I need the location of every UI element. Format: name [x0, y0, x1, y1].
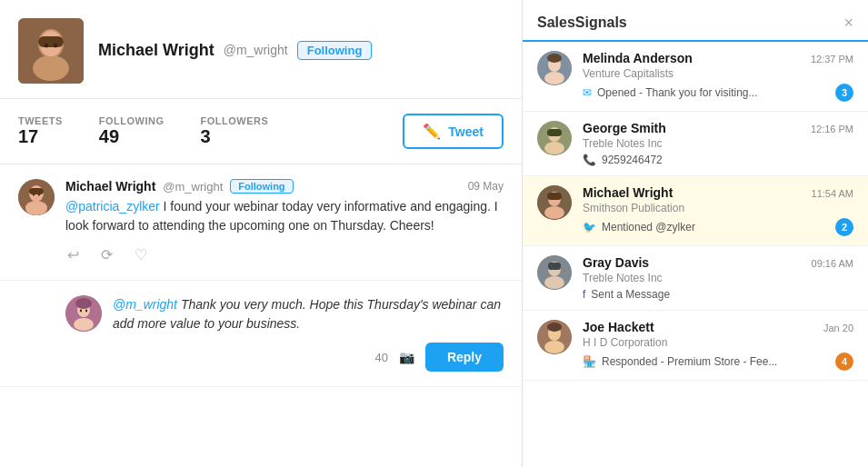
signal-name-1: Melinda Anderson: [583, 51, 693, 65]
signal-avatar-5: [537, 320, 572, 354]
signal-name-2: George Smith: [583, 121, 666, 135]
like-action-button[interactable]: ♡: [133, 244, 149, 265]
profile-handle: @m_wright: [224, 43, 288, 57]
reply-avatar: [65, 295, 102, 332]
reply-avatar-image: [65, 295, 102, 332]
svg-point-17: [85, 310, 87, 313]
signal-badge-3: 2: [835, 218, 853, 236]
signal-name-3: Michael Wright: [583, 185, 673, 200]
right-panel: SalesSignals × Melinda Anderson 12:3: [523, 0, 868, 467]
signal-time-1: 12:37 PM: [811, 54, 853, 65]
left-panel: Michael Wright @m_wright Following TWEET…: [0, 0, 523, 467]
tweet-actions: ↩ ⟳ ♡: [65, 244, 504, 265]
tweet-header: Michael Wright @m_wright Following 09 Ma…: [65, 179, 504, 194]
tweet-avatar: [18, 179, 55, 215]
signal-action-text-2: 9259246472: [602, 154, 663, 166]
reply-icon: 📷: [399, 350, 414, 364]
signal-body-3: Michael Wright 11:54 AM Smithson Publica…: [583, 185, 853, 236]
tweet-button[interactable]: ✏️ Tweet: [403, 114, 504, 149]
profile-name-row: Michael Wright @m_wright Following: [98, 41, 504, 60]
signal-item-2[interactable]: George Smith 12:16 PM Treble Notes Inc 📞…: [523, 112, 868, 176]
signal-body-4: Gray Davis 09:16 AM Treble Notes Inc f S…: [583, 255, 853, 301]
svg-point-29: [544, 206, 564, 219]
signal-body-1: Melinda Anderson 12:37 PM Venture Capita…: [583, 51, 853, 102]
svg-rect-30: [547, 193, 562, 200]
signal-action-3: 🐦 Mentioned @zylker 2: [583, 218, 853, 236]
svg-point-9: [25, 201, 47, 215]
signals-list: Melinda Anderson 12:37 PM Venture Capita…: [523, 42, 868, 467]
stat-followers: FOLLOWERS 3: [201, 115, 269, 147]
tweet-button-label: Tweet: [448, 124, 484, 139]
signal-body-2: George Smith 12:16 PM Treble Notes Inc 📞…: [583, 121, 853, 166]
signal-avatar-2: [537, 121, 572, 155]
svg-point-15: [74, 318, 94, 331]
profile-avatar-image: [18, 18, 84, 84]
twitter-icon: 🐦: [583, 221, 596, 234]
signal-time-4: 09:16 AM: [812, 258, 853, 269]
svg-point-37: [544, 341, 564, 353]
signal-company-2: Treble Notes Inc: [583, 137, 853, 150]
email-icon: ✉: [583, 86, 592, 99]
signal-time-5: Jan 20: [823, 323, 853, 333]
svg-point-16: [80, 310, 82, 313]
signal-time-2: 12:16 PM: [811, 124, 853, 134]
svg-rect-34: [548, 263, 561, 270]
svg-point-22: [547, 54, 562, 63]
reply-footer: 40 📷 Reply: [113, 343, 504, 372]
svg-point-21: [544, 72, 564, 84]
signal-item-5[interactable]: Joe Hackett Jan 20 H I D Corporation 🏪 R…: [523, 311, 868, 381]
following-label: FOLLOWING: [99, 115, 165, 126]
svg-point-33: [544, 276, 564, 289]
signal-action-5: 🏪 Responded - Premium Store - Fee... 4: [583, 353, 853, 371]
tweets-value: 17: [18, 126, 38, 147]
signals-header: SalesSignals ×: [523, 0, 868, 42]
signal-action-text-1: Opened - Thank you for visiting...: [597, 86, 758, 99]
signal-top-4: Gray Davis 09:16 AM: [583, 255, 853, 270]
reply-count: 40: [374, 351, 387, 364]
signal-top-5: Joe Hackett Jan 20: [583, 320, 853, 334]
tweet-date: 09 May: [468, 180, 504, 193]
reply-action-button[interactable]: ↩: [65, 244, 81, 265]
signal-badge-1: 3: [835, 84, 853, 102]
reply-text: @m_wright Thank you very much. Hope this…: [113, 295, 504, 333]
phone-icon: 📞: [583, 154, 596, 166]
signal-top-1: Melinda Anderson 12:37 PM: [583, 51, 853, 65]
tweet-following-badge[interactable]: Following: [230, 179, 293, 194]
signal-action-2: 📞 9259246472: [583, 154, 853, 166]
svg-point-18: [75, 298, 92, 309]
retweet-action-button[interactable]: ⟳: [99, 244, 115, 265]
signal-avatar-1: [537, 51, 572, 85]
profile-avatar: [18, 18, 84, 84]
signal-item[interactable]: Melinda Anderson 12:37 PM Venture Capita…: [523, 42, 868, 112]
profile-info: Michael Wright @m_wright Following: [98, 41, 504, 62]
reply-item: @m_wright Thank you very much. Hope this…: [0, 281, 522, 387]
reply-content: @m_wright Thank you very much. Hope this…: [113, 295, 504, 372]
stats-section: TWEETS 17 FOLLOWING 49 FOLLOWERS 3 ✏️ Tw…: [0, 99, 522, 164]
signal-action-text-4: Sent a Message: [591, 288, 670, 301]
svg-point-6: [54, 44, 57, 48]
signal-company-4: Treble Notes Inc: [583, 272, 853, 284]
pencil-icon: ✏️: [423, 123, 441, 140]
svg-rect-26: [547, 129, 562, 136]
signal-badge-5: 4: [835, 353, 853, 371]
following-button[interactable]: Following: [297, 41, 373, 60]
tweet-author-handle: @m_wright: [163, 180, 223, 194]
reply-button[interactable]: Reply: [425, 343, 504, 372]
signal-body-5: Joe Hackett Jan 20 H I D Corporation 🏪 R…: [583, 320, 853, 371]
svg-point-25: [544, 142, 564, 154]
profile-header: Michael Wright @m_wright Following: [0, 0, 522, 99]
signal-company-5: H I D Corporation: [583, 336, 853, 349]
close-button[interactable]: ×: [843, 15, 853, 40]
tweet-avatar-image: [18, 179, 55, 215]
tweet-text: @patricia_zylker I found your webinar to…: [65, 197, 504, 235]
signal-item-3[interactable]: Michael Wright 11:54 AM Smithson Publica…: [523, 176, 868, 246]
facebook-icon: f: [583, 288, 585, 301]
signal-action-text-3: Mentioned @zylker: [602, 221, 695, 234]
profile-name: Michael Wright: [98, 41, 215, 60]
signal-item-4[interactable]: Gray Davis 09:16 AM Treble Notes Inc f S…: [523, 246, 868, 311]
signal-company-1: Venture Capitalists: [583, 67, 853, 80]
tweet-author-name: Michael Wright: [65, 179, 155, 194]
svg-rect-12: [29, 188, 44, 194]
stat-following: FOLLOWING 49: [99, 115, 165, 147]
signal-action-1: ✉ Opened - Thank you for visiting... 3: [583, 84, 853, 102]
